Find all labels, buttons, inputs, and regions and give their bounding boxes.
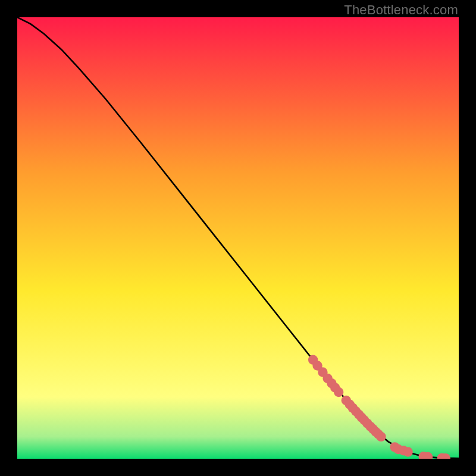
chart-frame: TheBottleneck.com [0, 0, 476, 476]
chart-svg [17, 17, 459, 459]
attribution-label: TheBottleneck.com [344, 2, 458, 18]
gradient-background [17, 17, 459, 459]
data-point [376, 432, 386, 441]
data-point [403, 447, 412, 456]
data-point [334, 387, 343, 397]
plot-area [17, 17, 459, 459]
